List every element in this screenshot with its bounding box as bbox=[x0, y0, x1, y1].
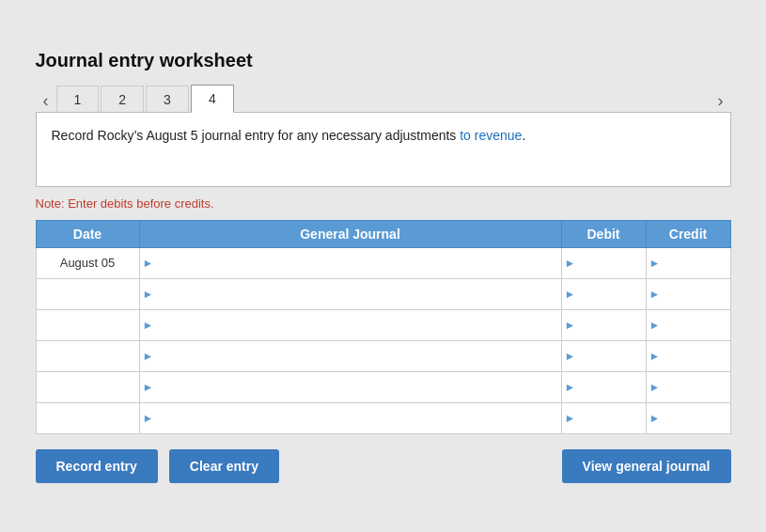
debit-cell-1: ► bbox=[561, 247, 646, 278]
gj-cell-1: ► bbox=[139, 247, 561, 278]
debit-cell-6: ► bbox=[561, 402, 646, 433]
debit-cell-3: ► bbox=[561, 309, 646, 340]
gj-input-5[interactable] bbox=[140, 372, 561, 402]
clear-entry-button[interactable]: Clear entry bbox=[169, 449, 279, 483]
date-cell-3 bbox=[36, 309, 139, 340]
gj-cell-6: ► bbox=[139, 402, 561, 433]
credit-input-5[interactable] bbox=[647, 372, 730, 402]
table-row: ► ► ► bbox=[36, 278, 730, 309]
gj-cell-4: ► bbox=[139, 340, 561, 371]
credit-cell-3: ► bbox=[646, 309, 730, 340]
header-debit: Debit bbox=[561, 220, 646, 247]
header-gj: General Journal bbox=[139, 220, 561, 247]
gj-cell-3: ► bbox=[139, 309, 561, 340]
header-date: Date bbox=[36, 220, 139, 247]
date-cell-2 bbox=[36, 278, 139, 309]
note-text: Note: Enter debits before credits. bbox=[36, 196, 731, 211]
credit-input-4[interactable] bbox=[647, 341, 730, 371]
tab-1[interactable]: 1 bbox=[56, 86, 100, 113]
credit-cell-1: ► bbox=[646, 247, 730, 278]
date-cell-4 bbox=[36, 340, 139, 371]
record-entry-button[interactable]: Record entry bbox=[36, 449, 158, 483]
tabs-row: ‹ 1 2 3 4 › bbox=[36, 85, 731, 113]
next-arrow[interactable]: › bbox=[711, 88, 731, 113]
credit-input-6[interactable] bbox=[647, 403, 730, 433]
journal-table: Date General Journal Debit Credit August… bbox=[36, 220, 731, 434]
tab-4[interactable]: 4 bbox=[191, 85, 234, 113]
date-cell-1: August 05 bbox=[36, 247, 139, 278]
instruction-text-blue: to revenue bbox=[460, 128, 522, 143]
view-general-journal-button[interactable]: View general journal bbox=[562, 449, 731, 483]
table-row: ► ► ► bbox=[36, 402, 730, 433]
debit-input-1[interactable] bbox=[562, 248, 646, 278]
buttons-row: Record entry Clear entry View general jo… bbox=[36, 449, 731, 483]
table-row: ► ► ► bbox=[36, 309, 730, 340]
credit-input-3[interactable] bbox=[647, 310, 730, 340]
gj-input-2[interactable] bbox=[140, 279, 561, 309]
debit-input-3[interactable] bbox=[562, 310, 646, 340]
instruction-text: Record Rocky’s August 5 journal entry fo… bbox=[52, 126, 715, 146]
debit-cell-5: ► bbox=[561, 371, 646, 402]
debit-cell-2: ► bbox=[561, 278, 646, 309]
gj-input-1[interactable] bbox=[140, 248, 561, 278]
debit-input-2[interactable] bbox=[562, 279, 646, 309]
gj-cell-5: ► bbox=[139, 371, 561, 402]
table-row: ► ► ► bbox=[36, 371, 730, 402]
header-credit: Credit bbox=[646, 220, 730, 247]
credit-cell-6: ► bbox=[646, 402, 730, 433]
credit-cell-4: ► bbox=[646, 340, 730, 371]
date-cell-6 bbox=[36, 402, 139, 433]
credit-cell-2: ► bbox=[646, 278, 730, 309]
gj-input-3[interactable] bbox=[140, 310, 561, 340]
debit-cell-4: ► bbox=[561, 340, 646, 371]
credit-input-2[interactable] bbox=[647, 279, 730, 309]
debit-input-5[interactable] bbox=[562, 372, 646, 402]
page-title: Journal entry worksheet bbox=[36, 50, 731, 71]
main-container: Journal entry worksheet ‹ 1 2 3 4 › Reco… bbox=[17, 31, 750, 502]
table-row: ► ► ► bbox=[36, 340, 730, 371]
tab-2[interactable]: 2 bbox=[101, 86, 144, 113]
gj-input-6[interactable] bbox=[140, 403, 561, 433]
debit-input-6[interactable] bbox=[562, 403, 646, 433]
date-cell-5 bbox=[36, 371, 139, 402]
credit-cell-5: ► bbox=[646, 371, 730, 402]
debit-input-4[interactable] bbox=[562, 341, 646, 371]
prev-arrow[interactable]: ‹ bbox=[36, 88, 56, 113]
gj-input-4[interactable] bbox=[140, 341, 561, 371]
table-row: August 05 ► ► ► bbox=[36, 247, 730, 278]
tab-3[interactable]: 3 bbox=[146, 86, 189, 113]
instruction-text-before: Record Rocky’s August 5 journal entry fo… bbox=[52, 128, 461, 143]
instruction-text-after: . bbox=[522, 128, 525, 143]
instruction-box: Record Rocky’s August 5 journal entry fo… bbox=[36, 112, 731, 187]
gj-cell-2: ► bbox=[139, 278, 561, 309]
credit-input-1[interactable] bbox=[647, 248, 730, 278]
